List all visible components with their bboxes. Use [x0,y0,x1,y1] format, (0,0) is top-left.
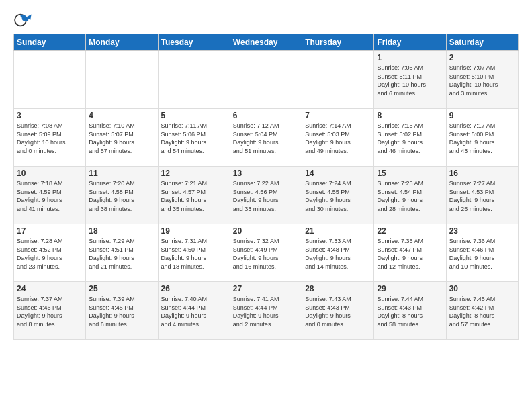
day-info: Sunrise: 7:32 AM Sunset: 4:49 PM Dayligh… [233,237,299,271]
day-info: Sunrise: 7:33 AM Sunset: 4:48 PM Dayligh… [305,237,371,271]
day-info: Sunrise: 7:25 AM Sunset: 4:54 PM Dayligh… [377,179,443,213]
calendar-cell: 30Sunrise: 7:45 AM Sunset: 4:42 PM Dayli… [446,282,518,340]
calendar-cell [158,51,230,109]
day-info: Sunrise: 7:45 AM Sunset: 4:42 PM Dayligh… [449,295,515,328]
calendar-cell: 15Sunrise: 7:25 AM Sunset: 4:54 PM Dayli… [374,167,446,224]
calendar-cell: 12Sunrise: 7:21 AM Sunset: 4:57 PM Dayli… [158,167,230,224]
day-number: 15 [377,169,443,178]
day-number: 13 [233,169,299,178]
weekday-header-saturday: Saturday [446,34,518,51]
calendar-cell: 25Sunrise: 7:39 AM Sunset: 4:45 PM Dayli… [86,282,158,340]
day-number: 3 [17,111,83,120]
calendar-body: 1Sunrise: 7:05 AM Sunset: 5:11 PM Daylig… [14,51,519,340]
calendar-cell: 3Sunrise: 7:08 AM Sunset: 5:09 PM Daylig… [14,109,86,167]
calendar-cell: 20Sunrise: 7:32 AM Sunset: 4:49 PM Dayli… [230,224,302,282]
day-number: 29 [377,284,443,293]
day-info: Sunrise: 7:08 AM Sunset: 5:09 PM Dayligh… [17,122,83,155]
day-number: 2 [449,53,515,62]
calendar-cell: 23Sunrise: 7:36 AM Sunset: 4:46 PM Dayli… [446,224,518,282]
day-info: Sunrise: 7:37 AM Sunset: 4:46 PM Dayligh… [17,295,83,328]
calendar-cell: 8Sunrise: 7:15 AM Sunset: 5:02 PM Daylig… [374,109,446,167]
calendar-cell: 16Sunrise: 7:27 AM Sunset: 4:53 PM Dayli… [446,167,518,224]
calendar-cell: 22Sunrise: 7:35 AM Sunset: 4:47 PM Dayli… [374,224,446,282]
day-number: 6 [233,111,299,120]
day-number: 24 [17,284,83,293]
calendar-cell [302,51,374,109]
calendar-cell: 18Sunrise: 7:29 AM Sunset: 4:51 PM Dayli… [86,224,158,282]
day-number: 25 [89,284,154,293]
day-number: 9 [449,111,515,120]
day-info: Sunrise: 7:28 AM Sunset: 4:52 PM Dayligh… [17,237,83,271]
calendar-header-row: SundayMondayTuesdayWednesdayThursdayFrid… [14,34,519,51]
day-number: 16 [449,169,515,178]
day-info: Sunrise: 7:40 AM Sunset: 4:44 PM Dayligh… [161,295,227,328]
day-info: Sunrise: 7:29 AM Sunset: 4:51 PM Dayligh… [89,237,154,271]
day-number: 20 [233,226,299,236]
day-info: Sunrise: 7:17 AM Sunset: 5:00 PM Dayligh… [449,122,515,155]
calendar-cell [86,51,158,109]
header [13,11,519,30]
calendar-week-1: 1Sunrise: 7:05 AM Sunset: 5:11 PM Daylig… [14,51,519,109]
calendar-cell: 4Sunrise: 7:10 AM Sunset: 5:07 PM Daylig… [86,109,158,167]
weekday-header-wednesday: Wednesday [230,34,302,51]
day-number: 19 [161,226,227,236]
day-number: 11 [89,169,154,178]
day-number: 18 [89,226,154,236]
day-number: 23 [449,226,515,236]
day-number: 14 [305,169,371,178]
day-number: 21 [305,226,371,236]
weekday-header-monday: Monday [86,34,158,51]
day-info: Sunrise: 7:36 AM Sunset: 4:46 PM Dayligh… [449,237,515,271]
day-number: 5 [161,111,227,120]
calendar-week-4: 17Sunrise: 7:28 AM Sunset: 4:52 PM Dayli… [14,224,519,282]
calendar-table: SundayMondayTuesdayWednesdayThursdayFrid… [13,34,519,340]
weekday-header-friday: Friday [374,34,446,51]
day-info: Sunrise: 7:20 AM Sunset: 4:58 PM Dayligh… [89,179,154,213]
day-info: Sunrise: 7:22 AM Sunset: 4:56 PM Dayligh… [233,179,299,213]
day-number: 10 [17,169,83,178]
day-info: Sunrise: 7:27 AM Sunset: 4:53 PM Dayligh… [449,179,515,213]
day-info: Sunrise: 7:21 AM Sunset: 4:57 PM Dayligh… [161,179,227,213]
day-number: 1 [377,53,443,62]
calendar-cell [230,51,302,109]
day-number: 17 [17,226,83,236]
day-number: 8 [377,111,443,120]
day-info: Sunrise: 7:44 AM Sunset: 4:43 PM Dayligh… [377,295,443,328]
calendar-week-3: 10Sunrise: 7:18 AM Sunset: 4:59 PM Dayli… [14,167,519,224]
calendar-week-5: 24Sunrise: 7:37 AM Sunset: 4:46 PM Dayli… [14,282,519,340]
day-info: Sunrise: 7:39 AM Sunset: 4:45 PM Dayligh… [89,295,154,328]
calendar-cell: 9Sunrise: 7:17 AM Sunset: 5:00 PM Daylig… [446,109,518,167]
day-number: 30 [449,284,515,293]
calendar-cell: 19Sunrise: 7:31 AM Sunset: 4:50 PM Dayli… [158,224,230,282]
calendar-cell [14,51,86,109]
calendar-cell: 24Sunrise: 7:37 AM Sunset: 4:46 PM Dayli… [14,282,86,340]
day-number: 28 [305,284,371,293]
calendar-cell: 17Sunrise: 7:28 AM Sunset: 4:52 PM Dayli… [14,224,86,282]
day-info: Sunrise: 7:18 AM Sunset: 4:59 PM Dayligh… [17,179,83,213]
logo-icon [13,11,32,30]
day-info: Sunrise: 7:14 AM Sunset: 5:03 PM Dayligh… [305,122,371,155]
calendar-cell: 5Sunrise: 7:11 AM Sunset: 5:06 PM Daylig… [158,109,230,167]
weekday-header-tuesday: Tuesday [158,34,230,51]
calendar-cell: 26Sunrise: 7:40 AM Sunset: 4:44 PM Dayli… [158,282,230,340]
weekday-header-thursday: Thursday [302,34,374,51]
logo [13,11,35,30]
page-container: SundayMondayTuesdayWednesdayThursdayFrid… [0,0,532,347]
day-info: Sunrise: 7:31 AM Sunset: 4:50 PM Dayligh… [161,237,227,271]
calendar-cell: 13Sunrise: 7:22 AM Sunset: 4:56 PM Dayli… [230,167,302,224]
day-info: Sunrise: 7:35 AM Sunset: 4:47 PM Dayligh… [377,237,443,271]
calendar-cell: 28Sunrise: 7:43 AM Sunset: 4:43 PM Dayli… [302,282,374,340]
calendar-cell: 27Sunrise: 7:41 AM Sunset: 4:44 PM Dayli… [230,282,302,340]
calendar-cell: 1Sunrise: 7:05 AM Sunset: 5:11 PM Daylig… [374,51,446,109]
day-info: Sunrise: 7:15 AM Sunset: 5:02 PM Dayligh… [377,122,443,155]
day-number: 27 [233,284,299,293]
calendar-cell: 21Sunrise: 7:33 AM Sunset: 4:48 PM Dayli… [302,224,374,282]
weekday-header-sunday: Sunday [14,34,86,51]
day-info: Sunrise: 7:07 AM Sunset: 5:10 PM Dayligh… [449,64,515,97]
day-number: 22 [377,226,443,236]
calendar-cell: 6Sunrise: 7:12 AM Sunset: 5:04 PM Daylig… [230,109,302,167]
day-number: 7 [305,111,371,120]
day-info: Sunrise: 7:24 AM Sunset: 4:55 PM Dayligh… [305,179,371,213]
day-info: Sunrise: 7:11 AM Sunset: 5:06 PM Dayligh… [161,122,227,155]
calendar-cell: 10Sunrise: 7:18 AM Sunset: 4:59 PM Dayli… [14,167,86,224]
